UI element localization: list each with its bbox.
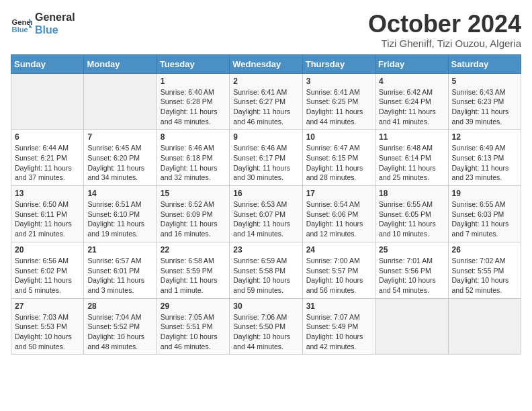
calendar-day-cell: 6Sunrise: 6:44 AM Sunset: 6:21 PM Daylig… — [11, 130, 84, 186]
calendar-week-row: 13Sunrise: 6:50 AM Sunset: 6:11 PM Dayli… — [11, 186, 521, 242]
day-number: 7 — [87, 132, 152, 142]
calendar-day-cell — [448, 298, 521, 355]
calendar-day-cell: 16Sunrise: 6:53 AM Sunset: 6:07 PM Dayli… — [230, 186, 302, 242]
svg-text:Blue: Blue — [12, 26, 28, 34]
calendar-week-row: 27Sunrise: 7:03 AM Sunset: 5:53 PM Dayli… — [11, 298, 521, 355]
calendar-day-cell: 23Sunrise: 6:59 AM Sunset: 5:58 PM Dayli… — [230, 242, 302, 298]
calendar-day-cell: 7Sunrise: 6:45 AM Sunset: 6:20 PM Daylig… — [84, 130, 157, 186]
day-detail: Sunrise: 7:03 AM Sunset: 5:53 PM Dayligh… — [15, 312, 80, 352]
calendar-day-cell: 18Sunrise: 6:55 AM Sunset: 6:05 PM Dayli… — [375, 186, 448, 242]
day-number: 10 — [306, 132, 371, 142]
day-detail: Sunrise: 6:56 AM Sunset: 6:02 PM Dayligh… — [15, 256, 80, 295]
day-detail: Sunrise: 7:04 AM Sunset: 5:52 PM Dayligh… — [87, 312, 152, 352]
day-detail: Sunrise: 6:51 AM Sunset: 6:10 PM Dayligh… — [87, 199, 152, 239]
day-number: 30 — [233, 302, 298, 311]
day-detail: Sunrise: 6:57 AM Sunset: 6:01 PM Dayligh… — [87, 256, 152, 295]
day-number: 20 — [15, 245, 80, 255]
logo-general-text: General — [35, 11, 75, 24]
day-of-week-header: Friday — [375, 54, 448, 73]
day-number: 21 — [87, 245, 152, 255]
day-number: 27 — [15, 302, 80, 311]
calendar-day-cell: 25Sunrise: 7:01 AM Sunset: 5:56 PM Dayli… — [375, 242, 448, 298]
calendar-day-cell — [84, 73, 157, 130]
calendar-day-cell: 13Sunrise: 6:50 AM Sunset: 6:11 PM Dayli… — [11, 186, 84, 242]
calendar-day-cell: 2Sunrise: 6:41 AM Sunset: 6:27 PM Daylig… — [230, 73, 302, 130]
calendar-day-cell: 1Sunrise: 6:40 AM Sunset: 6:28 PM Daylig… — [157, 73, 229, 130]
calendar-day-cell: 9Sunrise: 6:46 AM Sunset: 6:17 PM Daylig… — [230, 130, 302, 186]
day-detail: Sunrise: 7:06 AM Sunset: 5:50 PM Dayligh… — [233, 312, 298, 352]
day-number: 6 — [15, 132, 80, 142]
day-of-week-header: Monday — [84, 54, 157, 73]
calendar-day-cell: 8Sunrise: 6:46 AM Sunset: 6:18 PM Daylig… — [157, 130, 229, 186]
day-detail: Sunrise: 6:55 AM Sunset: 6:05 PM Dayligh… — [379, 199, 444, 239]
day-detail: Sunrise: 6:50 AM Sunset: 6:11 PM Dayligh… — [15, 199, 80, 239]
day-number: 17 — [306, 189, 371, 198]
day-detail: Sunrise: 6:54 AM Sunset: 6:06 PM Dayligh… — [306, 199, 371, 239]
day-number: 4 — [379, 77, 444, 86]
location-title: Tizi Gheniff, Tizi Ouzou, Algeria — [368, 38, 521, 49]
day-detail: Sunrise: 6:52 AM Sunset: 6:09 PM Dayligh… — [161, 199, 226, 239]
day-detail: Sunrise: 6:43 AM Sunset: 6:23 PM Dayligh… — [452, 87, 517, 127]
day-detail: Sunrise: 6:48 AM Sunset: 6:14 PM Dayligh… — [379, 143, 444, 183]
calendar-day-cell: 11Sunrise: 6:48 AM Sunset: 6:14 PM Dayli… — [375, 130, 448, 186]
day-number: 25 — [379, 245, 444, 255]
calendar-day-cell: 28Sunrise: 7:04 AM Sunset: 5:52 PM Dayli… — [84, 298, 157, 355]
day-detail: Sunrise: 7:01 AM Sunset: 5:56 PM Dayligh… — [379, 256, 444, 295]
day-number: 31 — [306, 302, 371, 311]
calendar-header-row: SundayMondayTuesdayWednesdayThursdayFrid… — [11, 54, 521, 73]
calendar-day-cell: 15Sunrise: 6:52 AM Sunset: 6:09 PM Dayli… — [157, 186, 229, 242]
day-number: 26 — [452, 245, 517, 255]
day-of-week-header: Sunday — [11, 54, 84, 73]
day-detail: Sunrise: 6:46 AM Sunset: 6:18 PM Dayligh… — [161, 143, 226, 183]
day-detail: Sunrise: 6:55 AM Sunset: 6:03 PM Dayligh… — [452, 199, 517, 239]
calendar-day-cell: 14Sunrise: 6:51 AM Sunset: 6:10 PM Dayli… — [84, 186, 157, 242]
logo-blue-text: Blue — [35, 24, 75, 36]
calendar-week-row: 6Sunrise: 6:44 AM Sunset: 6:21 PM Daylig… — [11, 130, 521, 186]
calendar-day-cell: 26Sunrise: 7:02 AM Sunset: 5:55 PM Dayli… — [448, 242, 521, 298]
day-number: 9 — [233, 132, 298, 142]
day-of-week-header: Thursday — [302, 54, 375, 73]
calendar-day-cell: 21Sunrise: 6:57 AM Sunset: 6:01 PM Dayli… — [84, 242, 157, 298]
day-of-week-header: Saturday — [448, 54, 521, 73]
day-number: 13 — [15, 189, 80, 198]
calendar-day-cell: 12Sunrise: 6:49 AM Sunset: 6:13 PM Dayli… — [448, 130, 521, 186]
calendar-day-cell: 5Sunrise: 6:43 AM Sunset: 6:23 PM Daylig… — [448, 73, 521, 130]
calendar-day-cell — [375, 298, 448, 355]
day-number: 16 — [233, 189, 298, 198]
calendar-day-cell: 10Sunrise: 6:47 AM Sunset: 6:15 PM Dayli… — [302, 130, 375, 186]
calendar-day-cell: 19Sunrise: 6:55 AM Sunset: 6:03 PM Dayli… — [448, 186, 521, 242]
calendar-day-cell: 17Sunrise: 6:54 AM Sunset: 6:06 PM Dayli… — [302, 186, 375, 242]
day-number: 2 — [233, 77, 298, 86]
day-number: 22 — [161, 245, 226, 255]
day-number: 8 — [161, 132, 226, 142]
day-number: 14 — [87, 189, 152, 198]
day-detail: Sunrise: 6:53 AM Sunset: 6:07 PM Dayligh… — [233, 199, 298, 239]
calendar-day-cell: 3Sunrise: 6:41 AM Sunset: 6:25 PM Daylig… — [302, 73, 375, 130]
calendar-day-cell: 27Sunrise: 7:03 AM Sunset: 5:53 PM Dayli… — [11, 298, 84, 355]
day-detail: Sunrise: 6:49 AM Sunset: 6:13 PM Dayligh… — [452, 143, 517, 183]
day-number: 12 — [452, 132, 517, 142]
day-detail: Sunrise: 6:46 AM Sunset: 6:17 PM Dayligh… — [233, 143, 298, 183]
day-number: 23 — [233, 245, 298, 255]
day-number: 24 — [306, 245, 371, 255]
calendar-week-row: 20Sunrise: 6:56 AM Sunset: 6:02 PM Dayli… — [11, 242, 521, 298]
calendar-week-row: 1Sunrise: 6:40 AM Sunset: 6:28 PM Daylig… — [11, 73, 521, 130]
logo: General Blue General Blue — [11, 11, 75, 36]
day-detail: Sunrise: 7:07 AM Sunset: 5:49 PM Dayligh… — [306, 312, 371, 352]
day-of-week-header: Tuesday — [157, 54, 229, 73]
calendar-day-cell: 29Sunrise: 7:05 AM Sunset: 5:51 PM Dayli… — [157, 298, 229, 355]
calendar-day-cell: 24Sunrise: 7:00 AM Sunset: 5:57 PM Dayli… — [302, 242, 375, 298]
day-detail: Sunrise: 6:47 AM Sunset: 6:15 PM Dayligh… — [306, 143, 371, 183]
day-number: 28 — [87, 302, 152, 311]
title-block: October 2024 Tizi Gheniff, Tizi Ouzou, A… — [368, 11, 521, 49]
day-number: 18 — [379, 189, 444, 198]
day-detail: Sunrise: 6:42 AM Sunset: 6:24 PM Dayligh… — [379, 87, 444, 127]
calendar-day-cell — [11, 73, 84, 130]
day-detail: Sunrise: 6:44 AM Sunset: 6:21 PM Dayligh… — [15, 143, 80, 183]
calendar-day-cell: 4Sunrise: 6:42 AM Sunset: 6:24 PM Daylig… — [375, 73, 448, 130]
day-detail: Sunrise: 6:41 AM Sunset: 6:27 PM Dayligh… — [233, 87, 298, 127]
logo-icon: General Blue — [11, 13, 32, 34]
calendar-day-cell: 30Sunrise: 7:06 AM Sunset: 5:50 PM Dayli… — [230, 298, 302, 355]
calendar-day-cell: 31Sunrise: 7:07 AM Sunset: 5:49 PM Dayli… — [302, 298, 375, 355]
page-header: General Blue General Blue October 2024 T… — [11, 11, 521, 49]
